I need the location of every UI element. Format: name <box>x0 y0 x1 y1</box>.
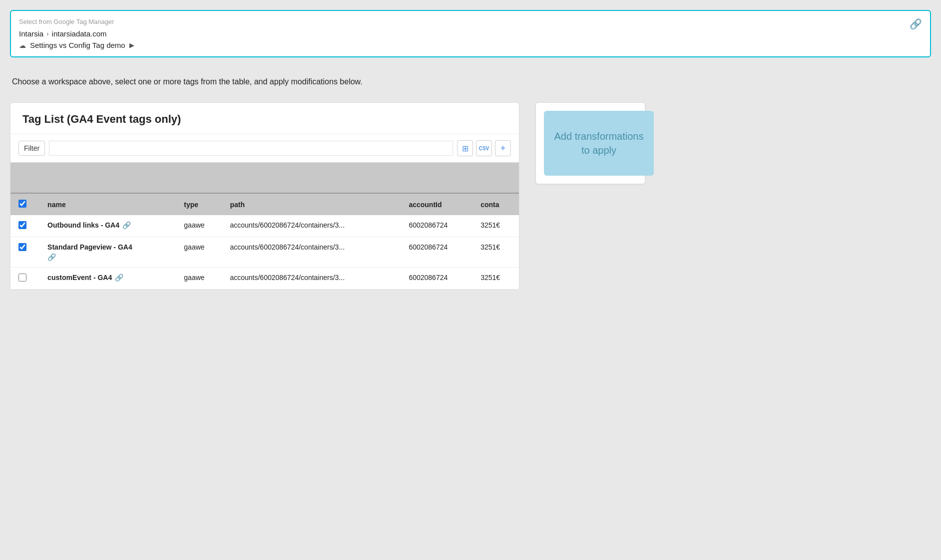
csv-icon: CSV <box>479 146 489 151</box>
csv-export-button[interactable]: CSV <box>476 140 492 156</box>
row-3-accountid: 6002086724 <box>403 268 474 289</box>
row-1-path: accounts/6002086724/containers/3... <box>224 215 403 237</box>
grid-view-button[interactable]: ⊞ <box>457 140 473 156</box>
filter-icons: ⊞ CSV + <box>457 140 511 156</box>
row-2-conta: 3251€ <box>474 237 519 268</box>
row-3-type: gaawe <box>178 268 224 289</box>
gtm-breadcrumb: Intarsia › intarsiadata.com <box>19 29 922 38</box>
row-checkbox-cell[interactable] <box>10 268 41 289</box>
row-1-type: gaawe <box>178 215 224 237</box>
row-1-name: Outbound links - GA4 🔗 <box>41 215 178 237</box>
row-2-link-icon[interactable]: 🔗 <box>47 253 172 261</box>
tag-list-header: Tag List (GA4 Event tags only) <box>10 103 519 134</box>
table-row: Outbound links - GA4 🔗 gaawe accounts/60… <box>10 215 519 237</box>
table-row: customEvent - GA4 🔗 gaawe accounts/60020… <box>10 268 519 289</box>
add-row-button[interactable]: + <box>495 140 511 156</box>
tag-table: name type path accountId conta <box>10 193 519 289</box>
col-header-type: type <box>178 193 224 215</box>
table-spacer <box>10 163 519 193</box>
row-1-accountid: 6002086724 <box>403 215 474 237</box>
tag-list-panel: Tag List (GA4 Event tags only) Filter ⊞ … <box>10 102 519 290</box>
gtm-selector-placeholder: Select from Google Tag Manager <box>19 18 922 25</box>
workspace-cloud-icon: ☁ <box>19 41 26 49</box>
row-2-path: accounts/6002086724/containers/3... <box>224 237 403 268</box>
add-icon: + <box>500 143 506 154</box>
gtm-link-icon[interactable]: 🔗 <box>910 18 922 30</box>
breadcrumb-account: Intarsia <box>19 29 43 38</box>
main-content: Tag List (GA4 Event tags only) Filter ⊞ … <box>10 102 931 290</box>
transformations-panel: Add transformations to apply <box>535 102 645 184</box>
table-header-row: name type path accountId conta <box>10 193 519 215</box>
col-header-path: path <box>224 193 403 215</box>
row-3-name: customEvent - GA4 🔗 <box>41 268 178 289</box>
row-2-name: Standard Pageview - GA4 🔗 <box>41 237 178 268</box>
row-1-link-icon[interactable]: 🔗 <box>122 221 131 229</box>
gtm-selector-box[interactable]: Select from Google Tag Manager Intarsia … <box>10 10 931 57</box>
breadcrumb-property: intarsiadata.com <box>52 29 107 38</box>
transformations-wrapper: Add transformations to apply <box>535 102 645 184</box>
workspace-name: Settings vs Config Tag demo <box>30 41 125 49</box>
row-2-accountid: 6002086724 <box>403 237 474 268</box>
instruction-text: Choose a workspace above, select one or … <box>10 77 931 86</box>
row-2-type: gaawe <box>178 237 224 268</box>
row-3-checkbox[interactable] <box>18 274 26 281</box>
select-all-checkbox[interactable] <box>18 200 26 208</box>
col-header-name: name <box>41 193 178 215</box>
col-header-checkbox <box>10 193 41 215</box>
grid-icon: ⊞ <box>462 144 469 153</box>
gtm-workspace-row[interactable]: ☁ Settings vs Config Tag demo ▶ <box>19 41 922 49</box>
add-transformations-button[interactable]: Add transformations to apply <box>544 111 654 176</box>
col-header-accountid: accountId <box>403 193 474 215</box>
row-3-path: accounts/6002086724/containers/3... <box>224 268 403 289</box>
row-1-conta: 3251€ <box>474 215 519 237</box>
filter-label: Filter <box>18 141 45 156</box>
tag-list-title: Tag List (GA4 Event tags only) <box>22 113 507 126</box>
col-header-conta: conta <box>474 193 519 215</box>
row-3-link-icon[interactable]: 🔗 <box>115 274 123 281</box>
table-row: Standard Pageview - GA4 🔗 gaawe accounts… <box>10 237 519 268</box>
filter-row: Filter ⊞ CSV + <box>10 134 519 163</box>
row-2-checkbox[interactable] <box>18 243 26 251</box>
filter-input[interactable] <box>49 141 453 156</box>
breadcrumb-chevron: › <box>46 30 48 37</box>
row-checkbox-cell[interactable] <box>10 237 41 268</box>
row-3-conta: 3251€ <box>474 268 519 289</box>
row-1-checkbox[interactable] <box>18 221 26 229</box>
row-checkbox-cell[interactable] <box>10 215 41 237</box>
table-scroll-container: name type path accountId conta <box>10 193 519 289</box>
workspace-play-icon: ▶ <box>129 41 134 49</box>
